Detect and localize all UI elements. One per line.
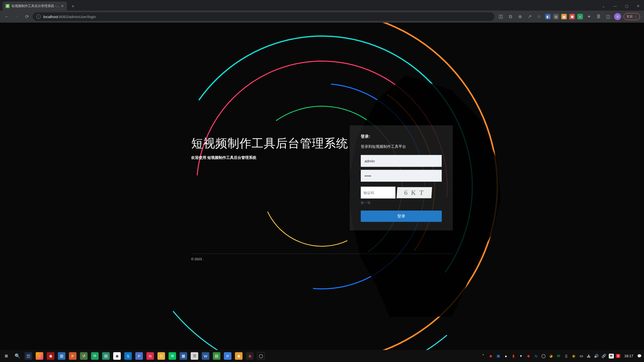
footer-divider <box>191 254 453 254</box>
window-minimize-icon[interactable]: ― <box>609 2 621 11</box>
taskbar-app-icon[interactable]: ▤ <box>211 351 222 361</box>
task-view-icon[interactable]: ◫ <box>23 351 34 361</box>
word-icon[interactable]: W <box>200 351 211 361</box>
install-app-icon[interactable]: ⧉ <box>507 13 514 20</box>
tab-strip: ❃ 短视频制作工具后台管理系统 - 登 ✕ ＋ ⌄ ― ▢ ✕ <box>0 0 644 11</box>
page-subtitle: 欢迎使用 短视频制作工具后台管理系统 <box>191 155 350 160</box>
page-viewport: 短视频制作工具后台管理系统 欢迎使用 短视频制作工具后台管理系统 登录: 登录到… <box>0 23 644 350</box>
update-label: 更新 <box>626 14 633 19</box>
extension-icon[interactable]: ⬣ <box>569 14 575 19</box>
tray-chevron-up-icon[interactable]: ˄ <box>480 353 486 359</box>
taskbar-app-icon[interactable]: ☰ <box>189 351 200 361</box>
taskbar-app-icon[interactable]: ▦ <box>178 351 189 361</box>
extension-icon[interactable]: ▦ <box>561 14 567 19</box>
chevron-down-icon[interactable]: ⌄ <box>598 2 609 11</box>
panel-title: 登录: <box>361 134 442 139</box>
taskbar-app-icon[interactable]: ○ <box>34 351 45 361</box>
nav-back-icon[interactable]: ← <box>3 12 11 21</box>
window-controls: ⌄ ― ▢ ✕ <box>598 2 644 11</box>
taskbar-app-icon[interactable]: S <box>123 351 133 361</box>
tab-title: 短视频制作工具后台管理系统 - 登 <box>12 4 59 8</box>
tray-icon[interactable]: ▯ <box>564 353 569 359</box>
share-icon[interactable]: ↗ <box>526 13 533 20</box>
side-panel-icon[interactable]: ◫ <box>605 13 612 20</box>
url-path: :8082/adminUser/login <box>58 15 96 19</box>
windows-taskbar: ⊞ 🔍 ◫ ○ ◉ ▥ P ↺ ⟳ ▤ ◉ S P N 🗀 ✉ ▦ ☰ W ▤ … <box>0 350 644 362</box>
taskbar-app-icon[interactable]: ◉ <box>233 351 244 361</box>
omnibox[interactable]: i localhost:8082/adminUser/login <box>33 12 494 21</box>
zoom-icon[interactable]: ⊕ <box>516 13 524 20</box>
ime-language-indicator[interactable]: 中 <box>609 354 614 358</box>
url-host: localhost <box>43 15 58 19</box>
reading-list-icon[interactable]: ≣ <box>595 13 602 20</box>
tray-icon[interactable]: ◉ <box>571 353 577 359</box>
panel-description: 登录到短视频制作工具平台 <box>361 144 442 149</box>
file-explorer-icon[interactable]: 🗀 <box>156 351 167 361</box>
extension-icon[interactable]: ✓ <box>577 14 583 19</box>
new-tab-button[interactable]: ＋ <box>69 3 76 10</box>
bookmark-star-icon[interactable]: ☆ <box>536 13 543 20</box>
nav-forward-icon[interactable]: → <box>13 12 21 21</box>
tray-icon[interactable]: ▮ <box>511 353 516 359</box>
captcha-image[interactable]: 6 K T <box>396 187 432 198</box>
tray-icon[interactable]: N <box>533 353 539 359</box>
extension-icon[interactable]: ◎ <box>553 14 559 19</box>
copyright-text: © 2023 . <box>191 257 453 261</box>
password-input[interactable] <box>361 170 442 182</box>
captcha-input[interactable] <box>361 187 395 199</box>
spring-favicon-icon: ❃ <box>6 4 10 8</box>
ime-mode-indicator[interactable]: S <box>616 354 620 358</box>
wechat-tray-icon[interactable]: ✉ <box>556 353 561 359</box>
taskbar-app-icon[interactable]: ◉ <box>45 351 56 361</box>
browser-tab[interactable]: ❃ 短视频制作工具后台管理系统 - 登 ✕ <box>3 2 67 11</box>
window-close-icon[interactable]: ✕ <box>632 2 644 11</box>
extension-icon[interactable]: ◧ <box>545 14 551 19</box>
wechat-icon[interactable]: ✉ <box>167 351 178 361</box>
taskbar-app-icon[interactable]: P <box>67 351 78 361</box>
taskbar-app-icon[interactable]: ↺ <box>78 351 89 361</box>
tray-icon[interactable]: 🔗 <box>601 353 607 359</box>
toolbar-right: ⚿ ⧉ ⊕ ↗ ☆ ◧ ◎ ▦ ⬣ ✓ ✦ ≣ ◫ S 更新 ⋮ <box>496 13 641 20</box>
chrome-icon[interactable]: ◉ <box>112 351 122 361</box>
address-bar: ← → ⟳ i localhost:8082/adminUser/login ⚿… <box>0 11 644 23</box>
site-info-icon[interactable]: i <box>36 14 41 19</box>
taskbar-clock[interactable]: 16:17 <box>622 354 635 358</box>
start-button[interactable]: ⊞ <box>1 351 12 361</box>
taskbar-app-icon[interactable]: ▥ <box>56 351 67 361</box>
profile-avatar[interactable]: S <box>614 13 621 20</box>
taskbar-app-icon[interactable]: ◯ <box>256 351 266 361</box>
tray-icon[interactable]: ▾ <box>518 353 524 359</box>
tray-icon[interactable]: ◯ <box>541 353 546 359</box>
login-button[interactable]: 登录 <box>361 211 442 222</box>
tray-icon[interactable]: ▣ <box>496 353 501 359</box>
search-icon[interactable]: 🔍 <box>12 351 23 361</box>
taskbar-app-icon[interactable]: ◉ <box>245 351 255 361</box>
tray-icon[interactable]: ◆ <box>526 353 531 359</box>
battery-icon[interactable]: ▭ <box>579 353 584 359</box>
taskbar-app-icon[interactable]: ▤ <box>101 351 111 361</box>
tab-close-icon[interactable]: ✕ <box>61 4 64 8</box>
tray-icon[interactable]: ◆ <box>488 353 494 359</box>
taskbar-app-icon[interactable]: P <box>222 351 233 361</box>
volume-icon[interactable]: 🔊 <box>594 353 599 359</box>
kebab-menu-icon: ⋮ <box>634 15 637 19</box>
taskbar-app-icon[interactable]: N <box>145 351 155 361</box>
extensions-puzzle-icon[interactable]: ✦ <box>585 13 592 20</box>
tray-icon[interactable]: ◕ <box>548 353 554 359</box>
network-icon[interactable]: 🖧 <box>586 353 592 359</box>
nav-reload-icon[interactable]: ⟳ <box>23 12 31 21</box>
browser-update-button[interactable]: 更新 ⋮ <box>624 13 640 20</box>
system-tray[interactable]: ˄ ◆ ▣ ● ▮ ▾ ◆ N ◯ ◕ ✉ ▯ ◉ ▭ 🖧 🔊 🔗 中 S <box>480 353 620 359</box>
window-maximize-icon[interactable]: ▢ <box>621 2 632 11</box>
login-layout: 短视频制作工具后台管理系统 欢迎使用 短视频制作工具后台管理系统 登录: 登录到… <box>191 125 453 231</box>
login-panel: 登录: 登录到短视频制作工具平台 6 K T 换一张 登录 <box>350 125 453 231</box>
tray-icon[interactable]: ● <box>503 353 509 359</box>
taskbar-app-icon[interactable]: ⟳ <box>90 351 100 361</box>
action-center-icon[interactable]: 💬 <box>637 354 641 358</box>
browser-chrome: ❃ 短视频制作工具后台管理系统 - 登 ✕ ＋ ⌄ ― ▢ ✕ ← → ⟳ i … <box>0 0 644 23</box>
password-key-icon[interactable]: ⚿ <box>497 13 504 20</box>
username-input[interactable] <box>361 155 442 167</box>
taskbar-app-icon[interactable]: P <box>134 351 144 361</box>
hero-text: 短视频制作工具后台管理系统 欢迎使用 短视频制作工具后台管理系统 <box>191 125 350 160</box>
refresh-captcha-link[interactable]: 换一张 <box>361 201 442 205</box>
